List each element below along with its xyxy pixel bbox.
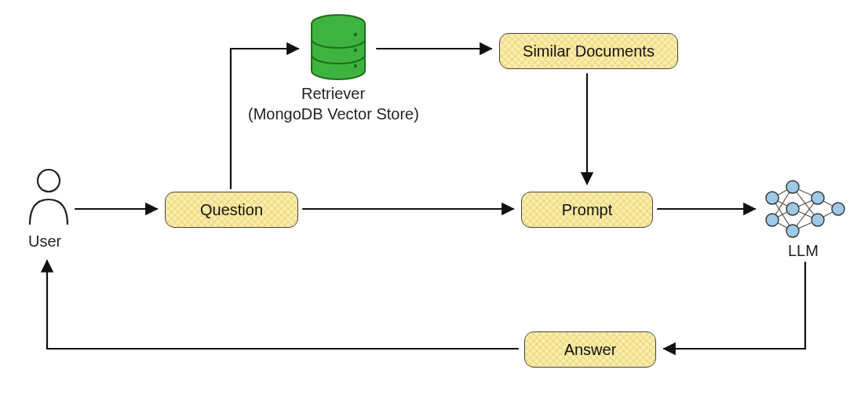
question-box: Question xyxy=(165,192,298,228)
arrows-layer xyxy=(0,0,868,410)
question-text: Question xyxy=(200,201,263,219)
llm-label: LLM xyxy=(788,242,819,260)
svg-point-24 xyxy=(811,192,824,204)
neural-network-icon xyxy=(761,178,848,240)
svg-point-3 xyxy=(354,49,357,52)
answer-text: Answer xyxy=(564,341,617,359)
svg-point-22 xyxy=(786,203,799,215)
svg-point-2 xyxy=(354,33,357,36)
prompt-text: Prompt xyxy=(562,201,612,219)
svg-point-20 xyxy=(766,214,779,226)
svg-point-4 xyxy=(354,64,357,68)
user-label: User xyxy=(28,232,61,251)
retriever-label-line2: (MongoDB Vector Store) xyxy=(248,105,419,123)
arrow-answer-to-user xyxy=(47,261,518,349)
similar-documents-box: Similar Documents xyxy=(499,33,678,69)
svg-point-21 xyxy=(786,181,799,193)
svg-point-23 xyxy=(786,225,799,237)
svg-point-0 xyxy=(38,170,60,192)
user-icon xyxy=(25,168,72,229)
retriever-label-line1: Retriever xyxy=(301,85,365,103)
database-icon xyxy=(307,14,370,82)
diagram-canvas: User Question Retriever (MongoDB Vector … xyxy=(0,0,868,410)
similar-documents-text: Similar Documents xyxy=(523,42,655,60)
arrow-llm-to-answer xyxy=(664,262,805,349)
prompt-box: Prompt xyxy=(521,192,653,228)
svg-point-25 xyxy=(811,214,824,226)
svg-point-26 xyxy=(832,203,844,215)
answer-box: Answer xyxy=(524,331,656,368)
svg-point-19 xyxy=(766,192,779,204)
